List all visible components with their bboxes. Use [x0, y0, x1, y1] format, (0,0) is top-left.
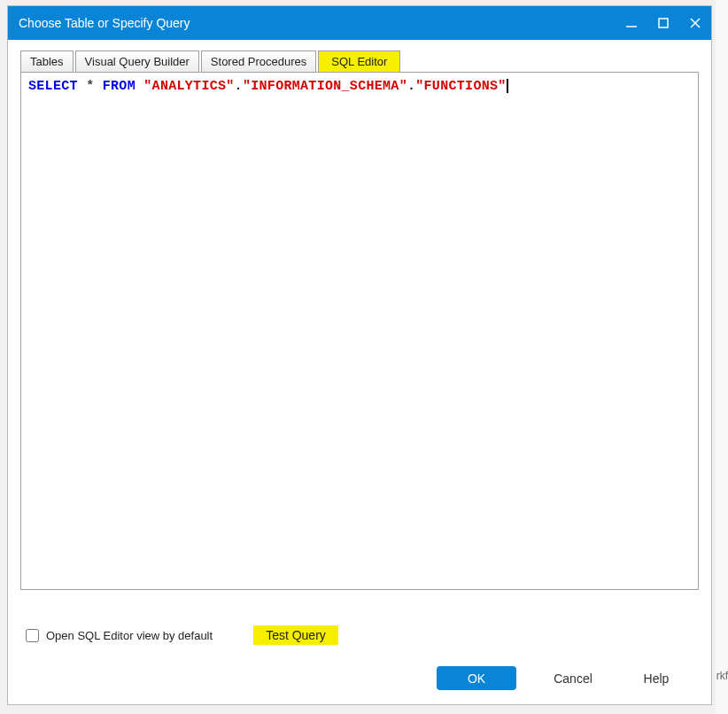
dialog-choose-table-or-specify-query: Choose Table or Specify Query Tables Vis… — [7, 5, 712, 705]
open-sql-editor-default-label: Open SQL Editor view by default — [46, 629, 213, 642]
sql-identifier-functions: "FUNCTIONS" — [415, 79, 506, 94]
sql-editor-container: SELECT * FROM "ANALYTICS"."INFORMATION_S… — [20, 72, 699, 590]
dialog-content: Tables Visual Query Builder Stored Proce… — [8, 40, 711, 704]
maximize-button[interactable] — [656, 16, 670, 30]
ok-button[interactable]: OK — [437, 666, 516, 690]
open-sql-editor-default-checkbox-wrap[interactable]: Open SQL Editor view by default — [26, 629, 213, 642]
close-button[interactable] — [688, 16, 702, 30]
sql-operator-star: * — [86, 79, 94, 94]
sql-dot: . — [235, 79, 243, 94]
cancel-button[interactable]: Cancel — [546, 666, 600, 690]
minimize-button[interactable] — [624, 16, 639, 30]
test-query-button[interactable]: Test Query — [253, 625, 338, 645]
sql-dot: . — [407, 79, 415, 94]
sql-keyword-select: SELECT — [28, 79, 78, 94]
sql-identifier-analytics: "ANALYTICS" — [143, 79, 234, 94]
options-row: Open SQL Editor view by default Test Que… — [20, 625, 699, 645]
titlebar-title: Choose Table or Specify Query — [19, 16, 624, 30]
help-button[interactable]: Help — [630, 666, 683, 690]
sql-keyword-from: FROM — [103, 79, 136, 94]
tab-visual-query-builder[interactable]: Visual Query Builder — [75, 50, 199, 73]
titlebar-buttons — [624, 16, 702, 30]
open-sql-editor-default-checkbox[interactable] — [26, 629, 39, 642]
sql-editor[interactable]: SELECT * FROM "ANALYTICS"."INFORMATION_S… — [21, 73, 698, 101]
tab-bar: Tables Visual Query Builder Stored Proce… — [20, 49, 699, 72]
tab-stored-procedures[interactable]: Stored Procedures — [201, 50, 316, 73]
dialog-button-row: OK Cancel Help — [20, 666, 699, 694]
background-text-fragment: rkf — [716, 670, 728, 682]
tab-sql-editor[interactable]: SQL Editor — [318, 50, 400, 73]
background-panel — [716, 0, 728, 714]
text-cursor — [507, 79, 508, 93]
sql-identifier-information-schema: "INFORMATION_SCHEMA" — [243, 79, 407, 94]
svg-rect-1 — [659, 19, 668, 27]
tab-tables[interactable]: Tables — [20, 50, 74, 73]
titlebar: Choose Table or Specify Query — [8, 6, 711, 40]
